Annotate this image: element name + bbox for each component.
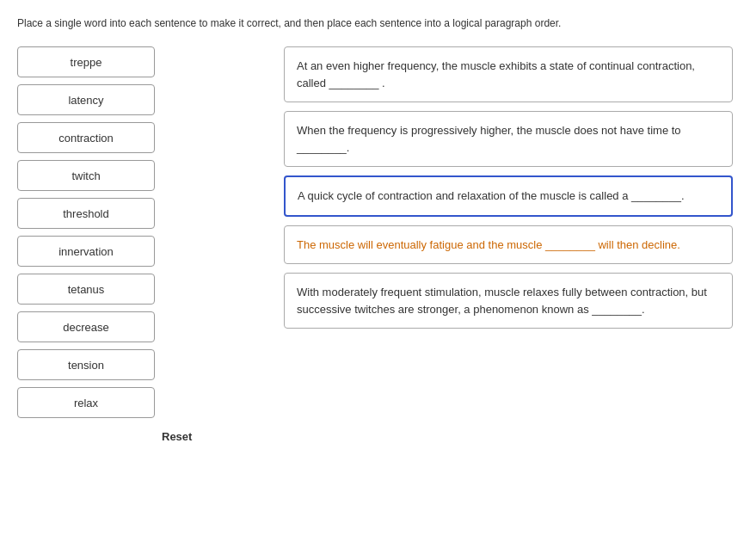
reset-button[interactable]: Reset	[155, 427, 199, 446]
sentence-box-s3[interactable]: A quick cycle of contraction and relaxat…	[284, 175, 733, 217]
word-tile-innervation[interactable]: innervation	[17, 236, 155, 267]
instructions-text: Place a single word into each sentence t…	[17, 17, 733, 29]
sentences-area: At an even higher frequency, the muscle …	[284, 46, 733, 418]
word-tile-threshold[interactable]: threshold	[17, 198, 155, 229]
sentence-box-s4[interactable]: The muscle will eventually fatigue and t…	[284, 225, 733, 265]
word-tile-relax[interactable]: relax	[17, 387, 155, 418]
word-tile-treppe[interactable]: treppe	[17, 46, 155, 77]
word-tile-decrease[interactable]: decrease	[17, 311, 155, 342]
sentence-box-s2[interactable]: When the frequency is progressively high…	[284, 111, 733, 167]
word-tile-tetanus[interactable]: tetanus	[17, 274, 155, 305]
word-tile-tension[interactable]: tension	[17, 349, 155, 380]
sentence-box-s1[interactable]: At an even higher frequency, the muscle …	[284, 46, 733, 102]
sentence-box-s5[interactable]: With moderately frequent stimulation, mu…	[284, 273, 733, 329]
word-tile-contraction[interactable]: contraction	[17, 122, 155, 153]
reset-area: Reset	[155, 427, 733, 446]
word-tile-latency[interactable]: latency	[17, 84, 155, 115]
word-tile-twitch[interactable]: twitch	[17, 160, 155, 191]
main-layout: treppelatencycontractiontwitchthresholdi…	[17, 46, 733, 418]
word-bank: treppelatencycontractiontwitchthresholdi…	[17, 46, 155, 418]
